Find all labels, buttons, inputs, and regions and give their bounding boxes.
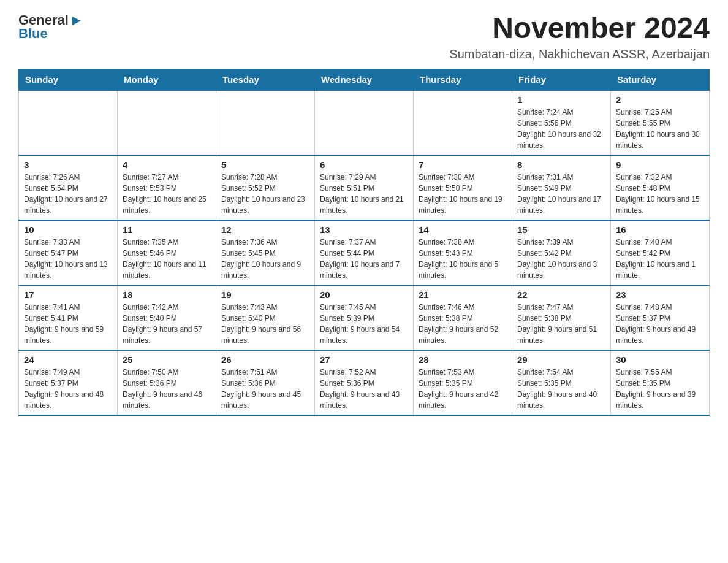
day-info: Sunrise: 7:31 AMSunset: 5:49 PMDaylight:… (517, 172, 605, 216)
day-info: Sunrise: 7:54 AMSunset: 5:35 PMDaylight:… (517, 367, 605, 411)
calendar-cell: 15Sunrise: 7:39 AMSunset: 5:42 PMDayligh… (512, 220, 611, 285)
day-number: 21 (419, 289, 507, 300)
calendar-cell (216, 90, 315, 155)
calendar-cell: 16Sunrise: 7:40 AMSunset: 5:42 PMDayligh… (611, 220, 710, 285)
location-subtitle: Sumbatan-diza, Nakhichevan ASSR, Azerbai… (449, 47, 710, 61)
calendar-cell: 10Sunrise: 7:33 AMSunset: 5:47 PMDayligh… (19, 220, 118, 285)
day-number: 8 (517, 159, 605, 170)
day-of-week-wednesday: Wednesday (315, 69, 414, 90)
day-number: 4 (123, 159, 211, 170)
day-number: 11 (123, 224, 211, 235)
calendar-cell (19, 90, 118, 155)
calendar-cell: 25Sunrise: 7:50 AMSunset: 5:36 PMDayligh… (118, 350, 216, 415)
month-year-title: November 2024 (449, 12, 710, 45)
day-number: 13 (320, 224, 408, 235)
calendar-cell: 22Sunrise: 7:47 AMSunset: 5:38 PMDayligh… (512, 285, 611, 350)
day-info: Sunrise: 7:35 AMSunset: 5:46 PMDaylight:… (123, 237, 211, 281)
day-info: Sunrise: 7:40 AMSunset: 5:42 PMDaylight:… (616, 237, 704, 281)
calendar-table: SundayMondayTuesdayWednesdayThursdayFrid… (18, 69, 710, 416)
day-info: Sunrise: 7:53 AMSunset: 5:35 PMDaylight:… (419, 367, 507, 411)
day-number: 26 (221, 354, 309, 365)
day-of-week-thursday: Thursday (414, 69, 512, 90)
day-number: 18 (123, 289, 211, 300)
calendar-cell: 4Sunrise: 7:27 AMSunset: 5:53 PMDaylight… (118, 155, 216, 220)
day-number: 12 (221, 224, 309, 235)
day-number: 7 (419, 159, 507, 170)
calendar-cell (414, 90, 512, 155)
calendar-cell: 2Sunrise: 7:25 AMSunset: 5:55 PMDaylight… (611, 90, 710, 155)
day-number: 5 (221, 159, 309, 170)
day-info: Sunrise: 7:38 AMSunset: 5:43 PMDaylight:… (419, 237, 507, 281)
day-info: Sunrise: 7:24 AMSunset: 5:56 PMDaylight:… (517, 107, 605, 151)
calendar-body: 1Sunrise: 7:24 AMSunset: 5:56 PMDaylight… (19, 90, 710, 415)
calendar-cell (118, 90, 216, 155)
day-info: Sunrise: 7:50 AMSunset: 5:36 PMDaylight:… (123, 367, 211, 411)
day-of-week-tuesday: Tuesday (216, 69, 315, 90)
calendar-week-4: 17Sunrise: 7:41 AMSunset: 5:41 PMDayligh… (19, 285, 710, 350)
calendar-cell: 13Sunrise: 7:37 AMSunset: 5:44 PMDayligh… (315, 220, 414, 285)
day-info: Sunrise: 7:55 AMSunset: 5:35 PMDaylight:… (616, 367, 704, 411)
day-number: 22 (517, 289, 605, 300)
day-number: 3 (24, 159, 112, 170)
calendar-cell: 1Sunrise: 7:24 AMSunset: 5:56 PMDaylight… (512, 90, 611, 155)
day-number: 20 (320, 289, 408, 300)
calendar-cell: 27Sunrise: 7:52 AMSunset: 5:36 PMDayligh… (315, 350, 414, 415)
day-info: Sunrise: 7:30 AMSunset: 5:50 PMDaylight:… (419, 172, 507, 216)
day-of-week-saturday: Saturday (611, 69, 710, 90)
day-number: 25 (123, 354, 211, 365)
title-block: November 2024 Sumbatan-diza, Nakhichevan… (449, 12, 710, 61)
day-info: Sunrise: 7:49 AMSunset: 5:37 PMDaylight:… (24, 367, 112, 411)
day-number: 24 (24, 354, 112, 365)
day-info: Sunrise: 7:51 AMSunset: 5:36 PMDaylight:… (221, 367, 309, 411)
day-info: Sunrise: 7:52 AMSunset: 5:36 PMDaylight:… (320, 367, 408, 411)
day-number: 9 (616, 159, 704, 170)
calendar-cell: 3Sunrise: 7:26 AMSunset: 5:54 PMDaylight… (19, 155, 118, 220)
day-info: Sunrise: 7:36 AMSunset: 5:45 PMDaylight:… (221, 237, 309, 281)
calendar-cell: 12Sunrise: 7:36 AMSunset: 5:45 PMDayligh… (216, 220, 315, 285)
day-number: 29 (517, 354, 605, 365)
day-number: 15 (517, 224, 605, 235)
day-info: Sunrise: 7:43 AMSunset: 5:40 PMDaylight:… (221, 302, 309, 346)
calendar-cell: 26Sunrise: 7:51 AMSunset: 5:36 PMDayligh… (216, 350, 315, 415)
day-info: Sunrise: 7:29 AMSunset: 5:51 PMDaylight:… (320, 172, 408, 216)
calendar-header: SundayMondayTuesdayWednesdayThursdayFrid… (19, 69, 710, 90)
day-number: 19 (221, 289, 309, 300)
days-of-week-row: SundayMondayTuesdayWednesdayThursdayFrid… (19, 69, 710, 90)
calendar-cell: 7Sunrise: 7:30 AMSunset: 5:50 PMDaylight… (414, 155, 512, 220)
calendar-cell: 6Sunrise: 7:29 AMSunset: 5:51 PMDaylight… (315, 155, 414, 220)
day-of-week-sunday: Sunday (19, 69, 118, 90)
day-info: Sunrise: 7:37 AMSunset: 5:44 PMDaylight:… (320, 237, 408, 281)
calendar-cell: 5Sunrise: 7:28 AMSunset: 5:52 PMDaylight… (216, 155, 315, 220)
calendar-cell: 8Sunrise: 7:31 AMSunset: 5:49 PMDaylight… (512, 155, 611, 220)
day-number: 23 (616, 289, 704, 300)
logo-arrow-icon (70, 14, 83, 28)
day-number: 16 (616, 224, 704, 235)
day-info: Sunrise: 7:32 AMSunset: 5:48 PMDaylight:… (616, 172, 704, 216)
day-info: Sunrise: 7:33 AMSunset: 5:47 PMDaylight:… (24, 237, 112, 281)
day-of-week-monday: Monday (118, 69, 216, 90)
calendar-cell: 14Sunrise: 7:38 AMSunset: 5:43 PMDayligh… (414, 220, 512, 285)
calendar-cell: 29Sunrise: 7:54 AMSunset: 5:35 PMDayligh… (512, 350, 611, 415)
page-header: General Blue November 2024 Sumbatan-diza… (18, 12, 710, 61)
day-number: 6 (320, 159, 408, 170)
day-info: Sunrise: 7:45 AMSunset: 5:39 PMDaylight:… (320, 302, 408, 346)
calendar-week-3: 10Sunrise: 7:33 AMSunset: 5:47 PMDayligh… (19, 220, 710, 285)
day-number: 10 (24, 224, 112, 235)
day-info: Sunrise: 7:25 AMSunset: 5:55 PMDaylight:… (616, 107, 704, 151)
day-info: Sunrise: 7:27 AMSunset: 5:53 PMDaylight:… (123, 172, 211, 216)
calendar-cell: 9Sunrise: 7:32 AMSunset: 5:48 PMDaylight… (611, 155, 710, 220)
calendar-cell: 23Sunrise: 7:48 AMSunset: 5:37 PMDayligh… (611, 285, 710, 350)
day-info: Sunrise: 7:41 AMSunset: 5:41 PMDaylight:… (24, 302, 112, 346)
calendar-cell (315, 90, 414, 155)
calendar-cell: 24Sunrise: 7:49 AMSunset: 5:37 PMDayligh… (19, 350, 118, 415)
day-number: 14 (419, 224, 507, 235)
day-info: Sunrise: 7:46 AMSunset: 5:38 PMDaylight:… (419, 302, 507, 346)
calendar-cell: 30Sunrise: 7:55 AMSunset: 5:35 PMDayligh… (611, 350, 710, 415)
day-number: 1 (517, 94, 605, 105)
svg-marker-0 (72, 17, 81, 25)
logo: General Blue (18, 12, 83, 42)
day-number: 2 (616, 94, 704, 105)
calendar-cell: 18Sunrise: 7:42 AMSunset: 5:40 PMDayligh… (118, 285, 216, 350)
day-info: Sunrise: 7:42 AMSunset: 5:40 PMDaylight:… (123, 302, 211, 346)
day-of-week-friday: Friday (512, 69, 611, 90)
